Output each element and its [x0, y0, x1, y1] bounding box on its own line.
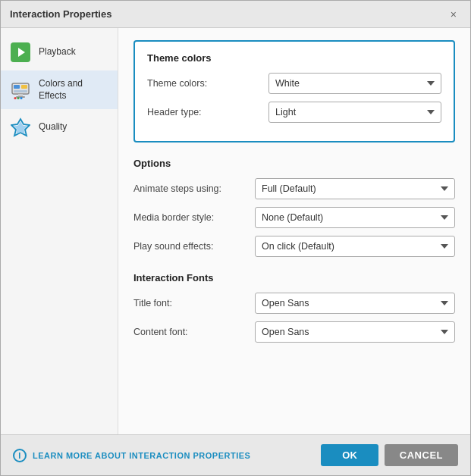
- dialog-title: Interaction Properties: [10, 8, 111, 20]
- main-panel: Theme colors Theme colors: White Blue Gr…: [118, 28, 470, 434]
- sidebar-item-playback[interactable]: Playback: [1, 34, 118, 70]
- options-title: Options: [133, 158, 455, 169]
- theme-colors-label: Theme colors:: [147, 78, 268, 89]
- svg-rect-3: [14, 90, 27, 92]
- play-sound-row: Play sound effects: On click (Default) A…: [133, 236, 455, 257]
- sidebar-label-playback: Playback: [39, 46, 76, 58]
- theme-colors-section: Theme colors Theme colors: White Blue Gr…: [133, 40, 455, 142]
- title-font-select[interactable]: Open Sans Arial Verdana: [255, 293, 455, 314]
- play-sound-select[interactable]: On click (Default) Always Never: [255, 236, 455, 257]
- ok-button[interactable]: OK: [321, 444, 378, 466]
- header-type-label: Header type:: [147, 107, 268, 117]
- media-border-label: Media border style:: [133, 212, 255, 223]
- options-section: Options Animate steps using: Full (Defau…: [133, 158, 455, 257]
- animate-select[interactable]: Full (Default) None Fade: [255, 178, 455, 199]
- colors-icon: [10, 80, 31, 101]
- svg-rect-2: [21, 85, 27, 89]
- svg-point-7: [17, 97, 20, 99]
- content-font-label: Content font:: [133, 327, 255, 337]
- content-font-row: Content font: Open Sans Arial Verdana: [133, 321, 455, 343]
- quality-icon: [10, 117, 31, 138]
- playback-icon: [10, 42, 31, 63]
- sidebar-label-colors: Colors and Effects: [39, 78, 108, 102]
- dialog-content: Playback: [1, 28, 470, 434]
- sidebar-item-colors-effects[interactable]: Colors and Effects: [1, 70, 118, 109]
- cancel-button[interactable]: CANCEL: [385, 444, 458, 466]
- title-bar: Interaction Properties ×: [1, 1, 470, 28]
- media-border-row: Media border style: None (Default) Shado…: [133, 207, 455, 228]
- play-sound-label: Play sound effects:: [133, 241, 255, 252]
- animate-row: Animate steps using: Full (Default) None…: [133, 178, 455, 199]
- footer: i LEARN MORE ABOUT INTERACTION PROPERTIE…: [1, 434, 470, 475]
- fonts-section: Interaction Fonts Title font: Open Sans …: [133, 272, 455, 343]
- sidebar: Playback: [1, 28, 118, 434]
- svg-point-8: [20, 97, 23, 99]
- learn-more-text: LEARN MORE ABOUT INTERACTION PROPERTIES: [33, 451, 250, 460]
- theme-colors-row: Theme colors: White Blue Green Custom: [147, 73, 441, 94]
- footer-buttons: OK CANCEL: [321, 444, 458, 466]
- sidebar-item-quality[interactable]: Quality: [1, 109, 118, 146]
- sidebar-label-quality: Quality: [39, 121, 67, 133]
- animate-label: Animate steps using:: [133, 183, 255, 194]
- theme-colors-select[interactable]: White Blue Green Custom: [268, 73, 441, 94]
- media-border-select[interactable]: None (Default) Shadow Border: [255, 207, 455, 228]
- content-font-select[interactable]: Open Sans Arial Verdana: [255, 321, 455, 343]
- svg-rect-4: [18, 94, 23, 96]
- learn-more-link[interactable]: i LEARN MORE ABOUT INTERACTION PROPERTIE…: [13, 449, 250, 462]
- theme-colors-title: Theme colors: [147, 52, 441, 64]
- title-font-row: Title font: Open Sans Arial Verdana: [133, 293, 455, 314]
- header-type-select[interactable]: Light Dark: [268, 102, 441, 123]
- svg-point-6: [14, 97, 17, 99]
- info-icon: i: [13, 449, 27, 462]
- svg-rect-1: [14, 85, 20, 89]
- interaction-properties-dialog: Interaction Properties × Playback: [0, 0, 471, 476]
- title-font-label: Title font:: [133, 298, 255, 308]
- header-type-row: Header type: Light Dark: [147, 102, 441, 123]
- close-button[interactable]: ×: [446, 8, 461, 21]
- fonts-title: Interaction Fonts: [133, 272, 455, 283]
